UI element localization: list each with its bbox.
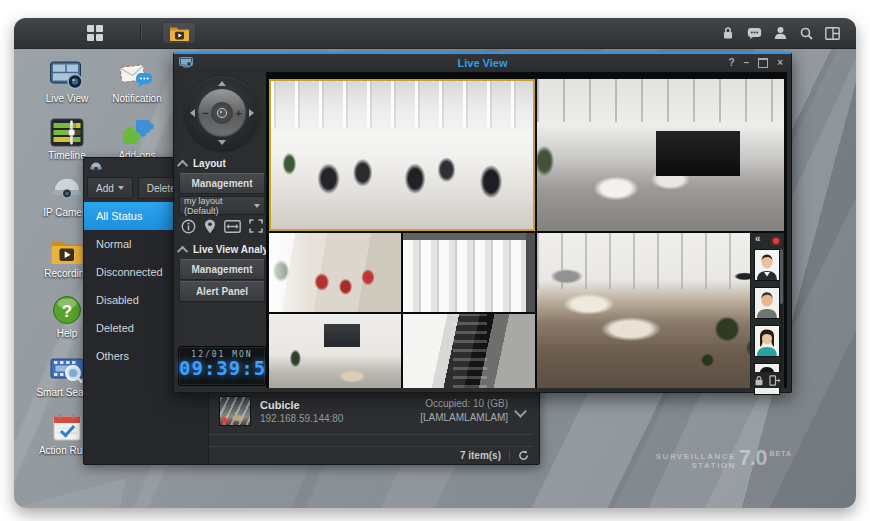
desktop-icon-label: Notification: [102, 93, 172, 104]
camera-list-row[interactable]: Cubicle 192.168.59.144:80 Occupied: 10 (…: [208, 388, 533, 435]
camera-feed-7[interactable]: [537, 233, 784, 388]
brand-line1: SURVEILLANCE: [656, 452, 736, 461]
zoom-in-button[interactable]: +: [236, 107, 242, 119]
desktop-icon-live-view[interactable]: Live View: [32, 58, 102, 104]
layout-management-button[interactable]: Management: [179, 173, 265, 194]
ptz-up-icon[interactable]: [218, 81, 226, 86]
faces-scrollbar[interactable]: [780, 249, 783, 371]
add-button[interactable]: Add: [87, 177, 133, 199]
fit-width-icon[interactable]: [224, 220, 241, 233]
taskbar-divider: [140, 24, 141, 42]
face-thumbnail-2[interactable]: [754, 287, 780, 319]
chat-icon[interactable]: [746, 25, 762, 41]
ptz-joystick[interactable]: − +: [185, 76, 259, 150]
camera-feed-1-selected[interactable]: [269, 79, 535, 231]
help-button[interactable]: ?: [728, 57, 734, 68]
face-thumbnail-3[interactable]: [754, 325, 780, 357]
video-grid: «: [266, 72, 787, 388]
ptz-right-icon[interactable]: [249, 109, 254, 117]
camera-feed-5[interactable]: [269, 314, 401, 388]
exit-door-icon[interactable]: [769, 375, 781, 386]
analytics-section-header[interactable]: Live View Analytics: [180, 244, 264, 255]
lock-icon[interactable]: [720, 25, 736, 41]
camera-storage: Occupied: 10 (GB): [420, 397, 508, 411]
minimize-button[interactable]: –: [744, 57, 750, 68]
desktop: Live View Notification Timeline Add-ons …: [14, 18, 856, 508]
collapse-chevron-icon: [177, 159, 188, 170]
taskbar-tray: [720, 18, 840, 48]
surveillance-station-logo: SURVEILLANCE STATION 7.0 BETA: [656, 447, 792, 470]
ptz-down-icon[interactable]: [218, 140, 226, 145]
layout-tools: [179, 217, 265, 235]
layout-select[interactable]: my layout (Default): [179, 196, 265, 215]
analytics-management-button[interactable]: Management: [179, 259, 265, 280]
face-detection-panel: «: [750, 233, 784, 388]
camera-feed-2[interactable]: [537, 79, 784, 231]
camera-feed-4[interactable]: [403, 233, 535, 312]
ip-camera-window-icon: [89, 161, 103, 173]
camera-feed-6[interactable]: [403, 314, 535, 388]
camera-thumbnail: [219, 396, 251, 426]
alert-panel-button[interactable]: Alert Panel: [179, 281, 265, 302]
desktop-icon-label: Live View: [32, 93, 102, 104]
main-menu-button[interactable]: [80, 22, 110, 44]
user-icon[interactable]: [772, 25, 788, 41]
screen: Live View Notification Timeline Add-ons …: [0, 0, 870, 521]
notification-icon: [102, 58, 172, 90]
live-view-icon: [32, 58, 102, 90]
brand-beta-tag: BETA: [769, 450, 792, 457]
camera-feed-3[interactable]: [269, 233, 401, 312]
collapse-chevron-icon: [177, 245, 188, 256]
brand-line2: STATION: [656, 461, 736, 470]
info-icon[interactable]: [181, 219, 196, 234]
camera-list-footer: 7 item(s): [208, 446, 533, 464]
desktop-icon-add-ons[interactable]: Add-ons: [102, 115, 172, 161]
desktop-icon-notification[interactable]: Notification: [102, 58, 172, 104]
digital-clock: 12/01 MON 09:39:50: [178, 346, 266, 386]
close-button[interactable]: ×: [777, 57, 783, 68]
zoom-out-button[interactable]: −: [202, 107, 208, 119]
ptz-left-icon[interactable]: [190, 109, 195, 117]
fullscreen-icon[interactable]: [249, 219, 263, 233]
face-thumbnail-1[interactable]: [754, 249, 780, 281]
location-pin-icon[interactable]: [204, 219, 216, 234]
timeline-icon: [32, 115, 102, 147]
widgets-icon[interactable]: [824, 25, 840, 41]
taskbar: [14, 18, 856, 49]
live-view-titlebar[interactable]: Live View ? – ×: [174, 54, 791, 71]
item-count: 7 item(s): [460, 450, 501, 461]
add-ons-icon: [102, 115, 172, 147]
camera-address: 192.168.59.144:80: [260, 413, 420, 424]
dropdown-caret-icon: [118, 186, 124, 190]
refresh-icon[interactable]: [518, 450, 529, 461]
main-menu-grid-icon: [87, 25, 103, 41]
camera-group: [LAMLAMLAMLAM]: [420, 411, 508, 425]
taskbar-open-app-button[interactable]: [162, 22, 196, 44]
layout-section-header[interactable]: Layout: [180, 158, 264, 169]
lock-icon[interactable]: [754, 375, 764, 386]
recording-indicator-icon: [773, 238, 779, 244]
clock-time: 09:39:50: [179, 359, 265, 379]
search-icon[interactable]: [798, 25, 814, 41]
ptz-home-button[interactable]: [211, 102, 233, 124]
camera-name: Cubicle: [260, 399, 420, 411]
window-title: Live View: [174, 57, 791, 69]
brand-version: 7.0: [739, 447, 767, 469]
maximize-button[interactable]: [758, 58, 768, 68]
svg-text:?: ?: [62, 302, 72, 321]
dropdown-caret-icon: [254, 204, 260, 208]
collapse-panel-button[interactable]: «: [755, 233, 761, 244]
desktop-icon-timeline[interactable]: Timeline: [32, 115, 102, 161]
live-view-sidebar: − + Layout Management my layout (Default…: [178, 72, 266, 388]
recording-folder-icon: [169, 25, 190, 41]
live-view-window[interactable]: Live View ? – × − + Layout: [173, 52, 792, 393]
chevron-down-icon[interactable]: [514, 405, 527, 418]
